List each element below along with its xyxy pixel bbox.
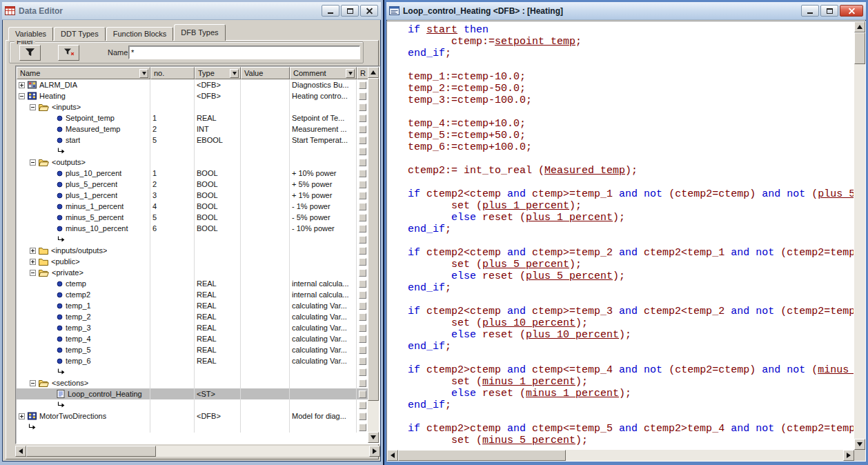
- minimize-button[interactable]: [801, 5, 819, 17]
- cell-type[interactable]: REAL: [195, 289, 241, 300]
- cell-comment[interactable]: - 10% power: [290, 223, 357, 234]
- cell-value[interactable]: [241, 190, 290, 201]
- table-row[interactable]: <sections>: [17, 377, 368, 388]
- cell-type[interactable]: <DFB>: [195, 90, 241, 101]
- code-line[interactable]: [408, 294, 854, 306]
- cell-r[interactable]: [357, 289, 368, 300]
- cell-no[interactable]: [150, 101, 195, 112]
- cell-no[interactable]: 4: [150, 201, 195, 212]
- cell-type[interactable]: REAL: [195, 355, 241, 366]
- column-header-type[interactable]: Type: [195, 67, 241, 79]
- code-line[interactable]: else reset (minus_1_percent);: [408, 388, 854, 399]
- cell-comment[interactable]: [290, 157, 357, 168]
- cell-comment[interactable]: [290, 245, 357, 256]
- empty-row[interactable]: [17, 422, 368, 433]
- cell-r[interactable]: [357, 256, 368, 267]
- cell-type[interactable]: [195, 422, 241, 433]
- cell-no[interactable]: [150, 245, 195, 256]
- code-line[interactable]: set (minus_5_percent);: [408, 435, 854, 446]
- st-editor-titlebar[interactable]: Loop_control_Heating <DFB> : [Heating]: [386, 2, 866, 20]
- scroll-up-button[interactable]: [854, 21, 865, 32]
- cell-no[interactable]: [150, 388, 195, 399]
- cell-name[interactable]: <public>: [17, 256, 150, 267]
- code-line[interactable]: if start then: [408, 24, 854, 36]
- cell-name[interactable]: [17, 422, 150, 433]
- cell-value[interactable]: [241, 289, 290, 300]
- cell-comment[interactable]: Setpoint of Te...: [290, 112, 357, 123]
- cell-value[interactable]: [241, 168, 290, 179]
- cell-type[interactable]: REAL: [195, 112, 241, 123]
- column-header-comment[interactable]: Comment: [290, 67, 357, 79]
- cell-name[interactable]: plus_1_percent: [17, 190, 150, 201]
- cell-value[interactable]: [241, 388, 290, 399]
- tab-function-blocks[interactable]: Function Blocks: [106, 27, 174, 41]
- code-line[interactable]: ctemp:=setpoint_temp;: [408, 36, 854, 48]
- cell-type[interactable]: REAL: [195, 333, 241, 344]
- tab-ddt-types[interactable]: DDT Types: [54, 27, 106, 41]
- code-editor[interactable]: if start then ctemp:=setpoint_temp;end_i…: [408, 24, 854, 449]
- cell-name[interactable]: <outputs>: [17, 157, 150, 168]
- cell-name[interactable]: temp_6: [17, 355, 150, 366]
- table-row[interactable]: Heating<DFB>Heating contro...: [17, 90, 368, 101]
- code-line[interactable]: else reset (plus_10_percent);: [408, 329, 854, 341]
- cell-comment[interactable]: Diagnostics Bu...: [290, 79, 357, 90]
- code-line[interactable]: else reset (plus_1_percent);: [408, 212, 854, 224]
- cell-no[interactable]: [150, 322, 195, 333]
- cell-name[interactable]: <private>: [17, 267, 150, 278]
- tab-variables[interactable]: Variables: [8, 27, 53, 41]
- cell-type[interactable]: REAL: [195, 278, 241, 289]
- cell-r[interactable]: [357, 135, 368, 146]
- cell-r[interactable]: [357, 333, 368, 344]
- row-button[interactable]: [359, 192, 366, 199]
- tab-dfb-types[interactable]: DFB Types: [174, 24, 225, 41]
- cell-no[interactable]: 5: [150, 135, 195, 146]
- cell-name[interactable]: Measured_temp: [17, 123, 150, 135]
- cell-value[interactable]: [241, 278, 290, 289]
- row-button[interactable]: [359, 402, 366, 409]
- cell-value[interactable]: [241, 212, 290, 223]
- expand-plus-icon[interactable]: [30, 259, 36, 265]
- column-filter-dropdown[interactable]: [230, 69, 239, 78]
- code-line[interactable]: [408, 235, 854, 247]
- data-editor-titlebar[interactable]: Data Editor: [2, 2, 381, 20]
- cell-no[interactable]: [150, 267, 195, 278]
- cell-comment[interactable]: calculating Var...: [290, 311, 357, 322]
- table-row[interactable]: start5EBOOLStart Temperat...: [17, 135, 368, 146]
- cell-comment[interactable]: - 1% power: [290, 201, 357, 212]
- cell-value[interactable]: [241, 355, 290, 366]
- column-header-r[interactable]: R: [357, 67, 368, 79]
- cell-value[interactable]: [241, 267, 290, 278]
- cell-name[interactable]: minus_10_percent: [17, 223, 150, 234]
- cell-no[interactable]: [150, 355, 195, 366]
- cell-value[interactable]: [241, 333, 290, 344]
- cell-no[interactable]: 2: [150, 123, 195, 135]
- table-row[interactable]: minus_5_percent5BOOL- 5% power: [17, 212, 368, 223]
- cell-value[interactable]: [241, 157, 290, 168]
- cell-no[interactable]: [150, 289, 195, 300]
- code-line[interactable]: else reset (plus_5_percent);: [408, 270, 854, 282]
- cell-name[interactable]: [17, 146, 150, 157]
- code-line[interactable]: [408, 411, 854, 423]
- cell-type[interactable]: REAL: [195, 322, 241, 333]
- cell-value[interactable]: [241, 90, 290, 101]
- cell-comment[interactable]: calculating Var...: [290, 322, 357, 333]
- cell-no[interactable]: [150, 399, 195, 410]
- cell-comment[interactable]: [290, 366, 357, 377]
- row-button[interactable]: [359, 324, 366, 332]
- cell-type[interactable]: <ST>: [195, 388, 241, 399]
- cell-no[interactable]: 3: [150, 190, 195, 201]
- row-button[interactable]: [359, 170, 366, 177]
- cell-type[interactable]: BOOL: [195, 168, 241, 179]
- cell-no[interactable]: [150, 366, 195, 377]
- cell-no[interactable]: [150, 146, 195, 157]
- table-row[interactable]: <outputs>: [17, 157, 368, 168]
- cell-r[interactable]: [357, 322, 368, 333]
- cell-no[interactable]: [150, 300, 195, 311]
- cell-comment[interactable]: [290, 101, 357, 112]
- cell-value[interactable]: [241, 146, 290, 157]
- row-button[interactable]: [359, 357, 366, 365]
- cell-type[interactable]: [195, 245, 241, 256]
- cell-type[interactable]: REAL: [195, 344, 241, 355]
- row-button[interactable]: [359, 280, 366, 288]
- column-filter-dropdown[interactable]: [139, 69, 148, 78]
